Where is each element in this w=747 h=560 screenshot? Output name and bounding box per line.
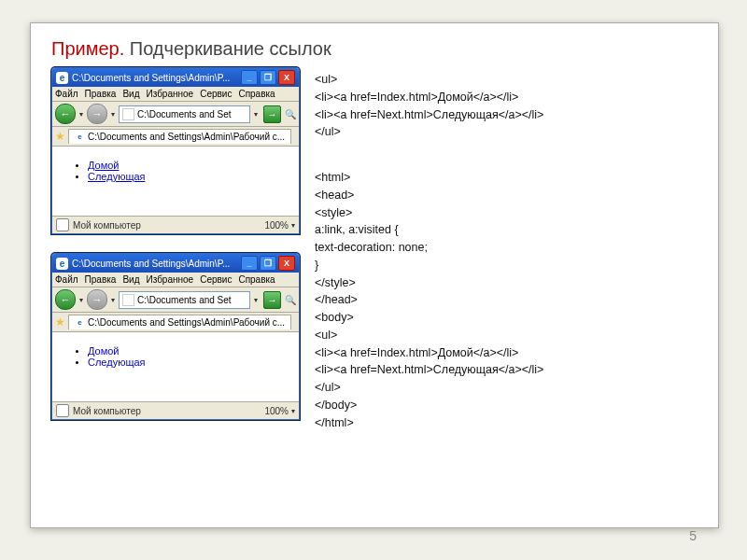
page-content-1: Домой Следующая xyxy=(52,147,299,216)
titlebar: e C:\Documents and Settings\Admin\P... _… xyxy=(52,254,299,273)
search-icon[interactable]: 🔍 xyxy=(285,109,296,119)
zoom-value: 100% xyxy=(264,406,289,416)
link-next[interactable]: Следующая xyxy=(88,357,146,368)
menu-view[interactable]: Вид xyxy=(122,89,139,99)
list-item: Следующая xyxy=(88,171,280,182)
go-button[interactable]: → xyxy=(263,291,281,309)
address-text: C:\Documents and Set xyxy=(137,109,232,119)
tab-ie-icon: e xyxy=(75,132,85,142)
menu-edit[interactable]: Правка xyxy=(85,274,117,285)
menu-help[interactable]: Справка xyxy=(238,89,275,99)
go-button[interactable]: → xyxy=(263,105,281,123)
menu-tools[interactable]: Сервис xyxy=(200,89,232,99)
window-title: C:\Documents and Settings\Admin\P... xyxy=(72,73,237,83)
status-text: Мой компьютер xyxy=(73,220,141,231)
page-number: 5 xyxy=(689,528,697,543)
zoom-chevron-icon: ▾ xyxy=(291,407,295,415)
menu-file[interactable]: Файл xyxy=(55,274,78,285)
back-chevron-icon[interactable]: ▾ xyxy=(79,110,83,119)
page-content-2: Домой Следующая xyxy=(52,332,299,401)
code-block-1: <ul> <li><a href=Index.html>Домой</a></l… xyxy=(315,71,698,141)
close-button[interactable]: X xyxy=(278,70,295,85)
window-buttons: _ ❐ X xyxy=(241,70,295,85)
zoom-control[interactable]: 100% ▾ xyxy=(264,406,295,416)
menu-favorites[interactable]: Избранное xyxy=(146,274,193,285)
forward-button[interactable]: → xyxy=(87,289,107,310)
right-column: <ul> <li><a href=Index.html>Домой</a></l… xyxy=(315,67,698,459)
list-item: Следующая xyxy=(88,357,280,368)
tab-ie-icon: e xyxy=(75,317,85,328)
statusbar: Мой компьютер 100% ▾ xyxy=(52,216,299,233)
favorites-star-icon[interactable]: ★ xyxy=(55,130,65,143)
slide-title: Пример. Подчеркивание ссылок xyxy=(51,38,698,60)
minimize-button[interactable]: _ xyxy=(241,256,258,271)
address-bar[interactable]: C:\Documents and Set xyxy=(119,105,250,123)
statusbar: Мой компьютер 100% ▾ xyxy=(52,401,299,419)
address-bar[interactable]: C:\Documents and Set xyxy=(119,291,250,309)
nav-toolbar: ← ▾ → ▾ C:\Documents and Set ▾ → 🔍 xyxy=(52,102,299,127)
zoom-control[interactable]: 100% ▾ xyxy=(264,220,295,231)
window-title: C:\Documents and Settings\Admin\P... xyxy=(72,259,237,269)
title-rest: Подчеркивание ссылок xyxy=(130,38,331,59)
titlebar: e C:\Documents and Settings\Admin\P... _… xyxy=(52,68,299,87)
browser-window-2: e C:\Documents and Settings\Admin\P... _… xyxy=(51,253,300,420)
back-button[interactable]: ← xyxy=(55,289,76,310)
address-icon xyxy=(122,294,134,306)
left-column: e C:\Documents and Settings\Admin\P... _… xyxy=(51,67,300,459)
list-item: Домой xyxy=(88,160,280,171)
menu-edit[interactable]: Правка xyxy=(85,89,117,99)
favorites-star-icon[interactable]: ★ xyxy=(55,315,65,329)
tab-label: C:\Documents and Settings\Admin\Рабочий … xyxy=(88,132,285,142)
title-red: Пример. xyxy=(51,38,124,59)
computer-icon xyxy=(56,218,69,231)
tabbar: ★ e C:\Documents and Settings\Admin\Рабо… xyxy=(52,313,299,332)
list-item: Домой xyxy=(88,345,280,357)
menu-file[interactable]: Файл xyxy=(55,89,78,99)
link-next[interactable]: Следующая xyxy=(88,171,146,182)
address-icon xyxy=(122,108,134,120)
search-icon[interactable]: 🔍 xyxy=(285,295,296,305)
back-button[interactable]: ← xyxy=(55,104,76,124)
menubar: Файл Правка Вид Избранное Сервис Справка xyxy=(52,87,299,102)
minimize-button[interactable]: _ xyxy=(241,70,258,85)
forward-button[interactable]: → xyxy=(87,104,107,124)
window-buttons: _ ❐ X xyxy=(241,256,295,271)
zoom-value: 100% xyxy=(264,220,289,231)
link-home[interactable]: Домой xyxy=(88,345,120,357)
forward-chevron-icon[interactable]: ▾ xyxy=(111,296,115,304)
address-chevron-icon[interactable]: ▾ xyxy=(254,110,258,119)
maximize-button[interactable]: ❐ xyxy=(260,256,276,271)
address-text: C:\Documents and Set xyxy=(137,295,232,305)
browser-tab[interactable]: e C:\Documents and Settings\Admin\Рабочи… xyxy=(68,129,291,144)
tab-label: C:\Documents and Settings\Admin\Рабочий … xyxy=(88,317,285,328)
tabbar: ★ e C:\Documents and Settings\Admin\Рабо… xyxy=(52,127,299,147)
nav-toolbar: ← ▾ → ▾ C:\Documents and Set ▾ → 🔍 xyxy=(52,287,299,313)
back-chevron-icon[interactable]: ▾ xyxy=(79,296,83,304)
address-chevron-icon[interactable]: ▾ xyxy=(254,296,258,304)
menu-tools[interactable]: Сервис xyxy=(200,274,232,285)
forward-chevron-icon[interactable]: ▾ xyxy=(111,110,115,119)
slide: Пример. Подчеркивание ссылок e C:\Docume… xyxy=(30,22,719,528)
ie-icon: e xyxy=(56,258,68,270)
ie-icon: e xyxy=(56,72,68,84)
link-home[interactable]: Домой xyxy=(88,160,120,171)
maximize-button[interactable]: ❐ xyxy=(260,70,276,85)
browser-tab[interactable]: e C:\Documents and Settings\Admin\Рабочи… xyxy=(68,315,291,329)
menubar: Файл Правка Вид Избранное Сервис Справка xyxy=(52,273,299,287)
browser-window-1: e C:\Documents and Settings\Admin\P... _… xyxy=(51,67,300,234)
status-text: Мой компьютер xyxy=(73,406,141,416)
menu-favorites[interactable]: Избранное xyxy=(146,89,193,99)
menu-help[interactable]: Справка xyxy=(238,274,275,285)
slide-body: e C:\Documents and Settings\Admin\P... _… xyxy=(51,67,698,459)
menu-view[interactable]: Вид xyxy=(122,274,139,285)
close-button[interactable]: X xyxy=(278,256,295,271)
code-block-2: <html> <head> <style> a:link, a:visited … xyxy=(315,169,698,431)
zoom-chevron-icon: ▾ xyxy=(291,221,295,230)
computer-icon xyxy=(56,404,69,417)
